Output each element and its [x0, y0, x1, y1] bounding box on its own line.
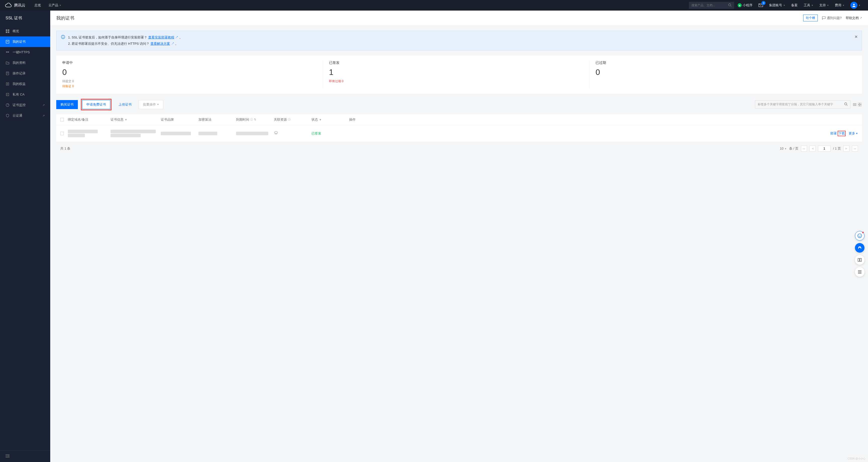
filter-icon[interactable]: ▼ [319, 118, 322, 121]
stat-issued[interactable]: 已签发 1 即将过期 0 [323, 61, 589, 88]
deploy-link[interactable]: 部署 [830, 131, 837, 136]
stat-expired[interactable]: 已过期 0 [589, 61, 856, 88]
svg-line-28 [847, 105, 848, 106]
select-all-checkbox[interactable] [60, 118, 64, 121]
col-brand[interactable]: 证书品牌 [161, 117, 198, 122]
nav-overview[interactable]: 总览 [31, 0, 44, 10]
grid-view-icon[interactable] [858, 102, 862, 107]
col-status[interactable]: 状态 ▼ [311, 117, 349, 122]
pagination: 共 1 条 10 ▼ 条 / 页 ⏮ ◀ / 1 页 ▶ ⏭ [56, 142, 862, 155]
sidebar-item-mycert[interactable]: 我的证书 [0, 36, 50, 47]
col-resource[interactable]: 关联资源 ⓘ [274, 117, 311, 122]
col-expire[interactable]: 到期时间 ⓘ ⇅ [236, 117, 274, 122]
info-icon[interactable]: ⓘ [288, 118, 290, 121]
col-op: 操作 [349, 117, 858, 122]
caret-down-icon: ▼ [811, 4, 813, 6]
search-icon[interactable] [728, 3, 732, 7]
batch-action-dropdown[interactable]: 批量操作 ▼ [138, 100, 163, 109]
caret-down-icon: ▼ [859, 4, 861, 6]
cell-resource [274, 131, 311, 136]
float-support-button[interactable] [855, 243, 865, 253]
filter-input[interactable]: 标签多个关键字用竖线"|"分隔，其它只能输入单个关键字 [755, 100, 850, 109]
avatar-dropdown[interactable]: ▼ [848, 0, 863, 10]
caret-down-icon: ▼ [157, 103, 159, 106]
feedback-button[interactable]: 吐个槽 [803, 15, 818, 21]
svg-rect-32 [858, 103, 860, 104]
global-search[interactable] [689, 2, 734, 9]
col-domain[interactable]: 绑定域名/备注 [68, 117, 111, 122]
tools-dropdown[interactable]: 工具▼ [801, 0, 816, 10]
sidebar: SSL 证书 概览 我的证书 一键HTTPS 我的资料 操作记录 我的权益 P … [0, 10, 50, 462]
resource-icon [274, 131, 278, 135]
col-algo[interactable]: 加密算法 [198, 117, 236, 122]
fees-dropdown[interactable]: 费用▼ [832, 0, 847, 10]
tutorial-link[interactable]: 查看安装部署教程 [148, 35, 174, 39]
last-page-button[interactable]: ⏭ [852, 146, 858, 151]
caret-down-icon: ▼ [856, 132, 858, 135]
https-icon [5, 50, 9, 54]
rights-icon [5, 82, 9, 86]
float-docs-button[interactable] [855, 255, 865, 265]
total-text: 共 1 条 [60, 146, 70, 151]
first-page-button[interactable]: ⏮ [801, 146, 807, 151]
page-input[interactable] [818, 146, 831, 151]
sidebar-item-rights[interactable]: 我的权益 [0, 79, 50, 89]
logo[interactable]: 腾讯云 [5, 2, 25, 8]
col-info[interactable]: 证书信息▼ [111, 117, 161, 122]
sidebar-item-oplog[interactable]: 操作记录 [0, 68, 50, 79]
sidebar-item-overview[interactable]: 概览 [0, 26, 50, 36]
faq-link[interactable]: 遇到问题? [822, 16, 842, 20]
sort-icon[interactable]: ⇅ [254, 118, 256, 121]
sidebar-item-profile[interactable]: 我的资料 [0, 58, 50, 68]
caret-down-icon: ▼ [783, 4, 785, 6]
row-checkbox[interactable] [60, 132, 64, 135]
svg-line-1 [731, 5, 732, 6]
stats-row: 申请中 0 待提交 0 待验证 0 已签发 1 即将过期 0 已过期 0 [56, 56, 862, 93]
prev-page-button[interactable]: ◀ [809, 146, 815, 151]
buy-cert-button[interactable]: 购买证书 [56, 100, 78, 109]
solution-link[interactable]: 查看解决方案 [150, 42, 170, 46]
search-icon[interactable] [844, 102, 848, 107]
float-feedback-button[interactable] [855, 231, 865, 240]
cell-expire [236, 131, 274, 136]
sidebar-item-pca[interactable]: P 私有 CA [0, 89, 50, 100]
filing-link[interactable]: 备案 [788, 0, 800, 10]
close-icon[interactable]: ✕ [855, 34, 858, 39]
svg-point-38 [860, 235, 861, 235]
upload-cert-button[interactable]: 上传证书 [115, 100, 135, 109]
list-view-icon[interactable] [852, 102, 857, 107]
search-input[interactable] [691, 3, 728, 7]
svg-rect-9 [7, 41, 8, 42]
stat-pending[interactable]: 申请中 0 待提交 0 待验证 0 [62, 61, 323, 88]
float-menu-button[interactable] [855, 267, 865, 277]
sidebar-footer [0, 451, 50, 462]
external-link-icon: ↗ [42, 114, 45, 117]
cert-icon [5, 40, 9, 44]
svg-rect-33 [860, 103, 862, 104]
more-dropdown[interactable]: 更多 ▼ [849, 131, 858, 136]
nav-products[interactable]: 云产品 ▼ [45, 0, 64, 10]
account-dropdown[interactable]: 集团账号▼ [767, 0, 787, 10]
mail-button[interactable]: 9 [756, 0, 766, 10]
collapse-icon[interactable] [5, 455, 9, 459]
filter-icon[interactable]: ▼ [125, 118, 127, 121]
sidebar-item-yzt[interactable]: 云证通 ↗ [0, 110, 50, 121]
info-icon[interactable]: ⓘ [250, 118, 253, 121]
next-page-button[interactable]: ▶ [843, 146, 849, 151]
sidebar-item-monitor[interactable]: 证书监控 ↗ [0, 100, 50, 110]
monitor-icon [5, 103, 9, 107]
support-dropdown[interactable]: 支持▼ [817, 0, 831, 10]
page-size-select[interactable]: 10 ▼ [780, 147, 786, 150]
svg-point-37 [859, 235, 859, 235]
cert-table: 绑定域名/备注 证书信息▼ 证书品牌 加密算法 到期时间 ⓘ ⇅ 关联资源 ⓘ … [56, 114, 862, 142]
docs-link[interactable]: 帮助文档 ↗ [846, 16, 862, 20]
miniprogram-link[interactable]: ▸ 小程序 [735, 0, 755, 10]
svg-point-17 [7, 83, 8, 84]
headset-icon [857, 245, 862, 250]
actions-row: 购买证书 申请免费证书 上传证书 批量操作 ▼ 标签多个关键字用竖线"|"分隔，… [56, 99, 862, 110]
apply-free-cert-button[interactable]: 申请免费证书 [82, 100, 110, 109]
chat-icon [822, 16, 826, 20]
download-link[interactable]: 下载 [838, 131, 845, 136]
watermark: CSDN @小小心 [848, 457, 866, 461]
sidebar-item-onekey[interactable]: 一键HTTPS [0, 47, 50, 58]
